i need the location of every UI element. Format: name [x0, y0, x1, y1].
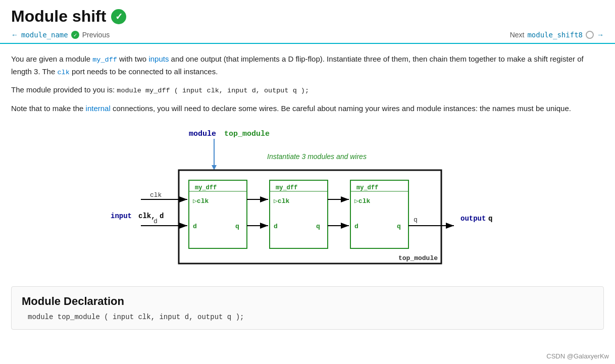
dff1-title: my_dff	[195, 184, 217, 191]
nav-right: Next module_shift8	[510, 31, 604, 39]
next-link[interactable]: module_shift8	[527, 31, 583, 39]
nav-left: module_name ✓ Previous	[11, 31, 110, 39]
top-module-bottom-label: top_module	[398, 254, 438, 262]
module-declaration-section: Module Declaration module top_module ( i…	[11, 286, 604, 330]
module-keyword-label: module	[189, 130, 216, 138]
dff2-title: my_dff	[276, 184, 297, 191]
module-code: module my_dff ( input clk, input d, outp…	[117, 87, 309, 94]
clk-code: clk	[57, 69, 69, 76]
module-declaration-code: module top_module ( input clk, input d, …	[22, 313, 593, 321]
prev-arrow-icon	[11, 31, 18, 39]
module-name-label: top_module	[224, 130, 270, 138]
mydff-code: my_dff	[92, 56, 117, 64]
status-check-icon: ✓	[111, 9, 126, 24]
page-title: Module shift	[11, 7, 106, 26]
next-arrow-icon	[597, 31, 604, 39]
input-ports-label: clk, d	[138, 212, 164, 220]
main-content: You are given a module my_dff with two i…	[0, 44, 615, 336]
dff3-d-label: d	[354, 223, 358, 230]
diagram-section: module top_module Instantiate 3 modules …	[11, 125, 604, 276]
title-row: Module shift ✓	[11, 7, 604, 26]
page-header: Module shift ✓ module_name ✓ Previous Ne…	[0, 0, 615, 44]
description-section: You are given a module my_dff with two i…	[11, 53, 604, 115]
q-output-label: q	[414, 216, 418, 224]
dff2-clk-label: ▷clk	[274, 197, 289, 205]
next-label: Next	[510, 31, 525, 39]
next-status-icon	[586, 31, 594, 39]
desc-para3: Note that to make the internal connectio…	[11, 102, 604, 115]
input-kw-label: input	[111, 212, 132, 220]
dff1-clk-label: ▷clk	[193, 197, 209, 205]
prev-status-icon: ✓	[71, 31, 79, 39]
dff3-title: my_dff	[356, 184, 378, 191]
dff2-q-label: q	[316, 223, 320, 230]
desc-para1: You are given a module my_dff with two i…	[11, 53, 604, 78]
inst-label: Instantiate 3 modules and wires	[267, 152, 367, 161]
prev-label: Previous	[82, 31, 110, 39]
dff3-clk-label: ▷clk	[354, 197, 370, 205]
desc-para2: The module provided to you is: module my…	[11, 84, 604, 96]
output-port-label: q	[488, 215, 492, 223]
nav-row: module_name ✓ Previous Next module_shift…	[11, 31, 604, 39]
prev-link[interactable]: module_name	[21, 31, 68, 39]
output-kw-label: output	[460, 215, 486, 223]
dff3-q-label: q	[397, 223, 401, 230]
dff1-q-label: q	[235, 223, 239, 230]
clk-arrow-label: clk	[150, 191, 162, 199]
module-declaration-heading: Module Declaration	[22, 295, 593, 308]
watermark: CSDN @GalaxyerKw	[546, 352, 609, 360]
dff1-d-label: d	[193, 223, 197, 230]
dff2-d-label: d	[274, 223, 278, 230]
internal-text: internal	[86, 104, 111, 113]
circuit-diagram: module top_module Instantiate 3 modules …	[111, 125, 504, 276]
inputs-text: inputs	[148, 55, 169, 63]
